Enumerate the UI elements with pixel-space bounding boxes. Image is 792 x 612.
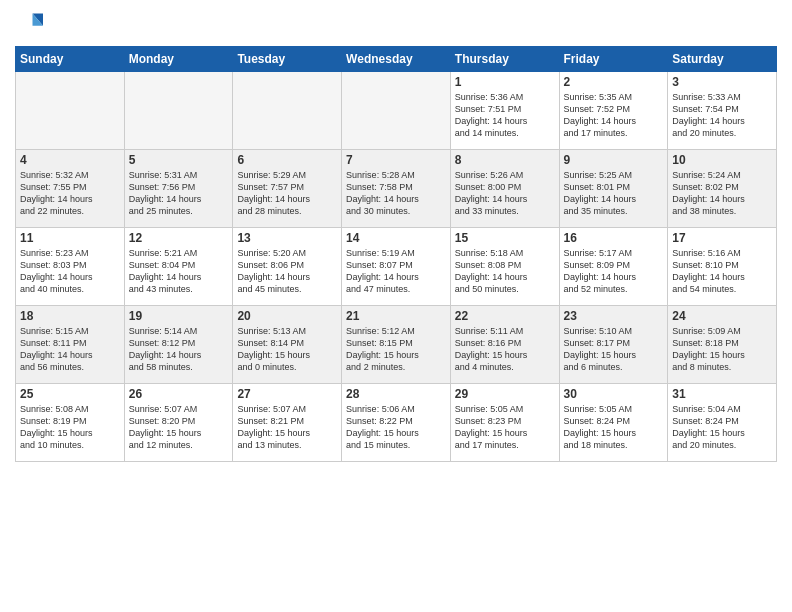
weekday-friday: Friday (559, 47, 668, 72)
day-info: Sunrise: 5:19 AM Sunset: 8:07 PM Dayligh… (346, 247, 446, 296)
calendar-cell: 26Sunrise: 5:07 AM Sunset: 8:20 PM Dayli… (124, 384, 233, 462)
day-info: Sunrise: 5:24 AM Sunset: 8:02 PM Dayligh… (672, 169, 772, 218)
calendar-cell: 24Sunrise: 5:09 AM Sunset: 8:18 PM Dayli… (668, 306, 777, 384)
calendar-cell: 1Sunrise: 5:36 AM Sunset: 7:51 PM Daylig… (450, 72, 559, 150)
calendar-cell: 28Sunrise: 5:06 AM Sunset: 8:22 PM Dayli… (342, 384, 451, 462)
day-number: 5 (129, 153, 229, 167)
day-info: Sunrise: 5:18 AM Sunset: 8:08 PM Dayligh… (455, 247, 555, 296)
day-info: Sunrise: 5:09 AM Sunset: 8:18 PM Dayligh… (672, 325, 772, 374)
calendar-cell: 7Sunrise: 5:28 AM Sunset: 7:58 PM Daylig… (342, 150, 451, 228)
day-number: 22 (455, 309, 555, 323)
day-number: 6 (237, 153, 337, 167)
day-number: 21 (346, 309, 446, 323)
day-info: Sunrise: 5:15 AM Sunset: 8:11 PM Dayligh… (20, 325, 120, 374)
day-info: Sunrise: 5:06 AM Sunset: 8:22 PM Dayligh… (346, 403, 446, 452)
calendar-cell: 9Sunrise: 5:25 AM Sunset: 8:01 PM Daylig… (559, 150, 668, 228)
day-number: 3 (672, 75, 772, 89)
day-number: 11 (20, 231, 120, 245)
day-number: 12 (129, 231, 229, 245)
calendar-cell: 4Sunrise: 5:32 AM Sunset: 7:55 PM Daylig… (16, 150, 125, 228)
day-number: 17 (672, 231, 772, 245)
calendar-cell: 27Sunrise: 5:07 AM Sunset: 8:21 PM Dayli… (233, 384, 342, 462)
calendar-week-1: 1Sunrise: 5:36 AM Sunset: 7:51 PM Daylig… (16, 72, 777, 150)
calendar-cell: 22Sunrise: 5:11 AM Sunset: 8:16 PM Dayli… (450, 306, 559, 384)
day-info: Sunrise: 5:12 AM Sunset: 8:15 PM Dayligh… (346, 325, 446, 374)
day-number: 30 (564, 387, 664, 401)
calendar-cell: 30Sunrise: 5:05 AM Sunset: 8:24 PM Dayli… (559, 384, 668, 462)
day-number: 9 (564, 153, 664, 167)
day-info: Sunrise: 5:11 AM Sunset: 8:16 PM Dayligh… (455, 325, 555, 374)
weekday-sunday: Sunday (16, 47, 125, 72)
calendar-cell: 10Sunrise: 5:24 AM Sunset: 8:02 PM Dayli… (668, 150, 777, 228)
day-number: 10 (672, 153, 772, 167)
calendar-cell: 6Sunrise: 5:29 AM Sunset: 7:57 PM Daylig… (233, 150, 342, 228)
day-info: Sunrise: 5:07 AM Sunset: 8:20 PM Dayligh… (129, 403, 229, 452)
day-number: 20 (237, 309, 337, 323)
calendar-cell: 31Sunrise: 5:04 AM Sunset: 8:24 PM Dayli… (668, 384, 777, 462)
calendar-cell: 5Sunrise: 5:31 AM Sunset: 7:56 PM Daylig… (124, 150, 233, 228)
calendar-cell: 16Sunrise: 5:17 AM Sunset: 8:09 PM Dayli… (559, 228, 668, 306)
day-number: 14 (346, 231, 446, 245)
day-info: Sunrise: 5:16 AM Sunset: 8:10 PM Dayligh… (672, 247, 772, 296)
day-number: 31 (672, 387, 772, 401)
calendar-cell: 2Sunrise: 5:35 AM Sunset: 7:52 PM Daylig… (559, 72, 668, 150)
calendar-cell: 19Sunrise: 5:14 AM Sunset: 8:12 PM Dayli… (124, 306, 233, 384)
calendar-cell: 14Sunrise: 5:19 AM Sunset: 8:07 PM Dayli… (342, 228, 451, 306)
day-number: 19 (129, 309, 229, 323)
day-number: 8 (455, 153, 555, 167)
day-info: Sunrise: 5:29 AM Sunset: 7:57 PM Dayligh… (237, 169, 337, 218)
day-number: 18 (20, 309, 120, 323)
calendar: SundayMondayTuesdayWednesdayThursdayFrid… (15, 46, 777, 462)
calendar-week-5: 25Sunrise: 5:08 AM Sunset: 8:19 PM Dayli… (16, 384, 777, 462)
calendar-cell: 21Sunrise: 5:12 AM Sunset: 8:15 PM Dayli… (342, 306, 451, 384)
day-info: Sunrise: 5:32 AM Sunset: 7:55 PM Dayligh… (20, 169, 120, 218)
header (15, 10, 777, 38)
calendar-cell: 23Sunrise: 5:10 AM Sunset: 8:17 PM Dayli… (559, 306, 668, 384)
day-number: 15 (455, 231, 555, 245)
day-number: 13 (237, 231, 337, 245)
weekday-thursday: Thursday (450, 47, 559, 72)
weekday-wednesday: Wednesday (342, 47, 451, 72)
day-number: 23 (564, 309, 664, 323)
day-info: Sunrise: 5:05 AM Sunset: 8:23 PM Dayligh… (455, 403, 555, 452)
calendar-cell: 15Sunrise: 5:18 AM Sunset: 8:08 PM Dayli… (450, 228, 559, 306)
day-number: 29 (455, 387, 555, 401)
day-number: 25 (20, 387, 120, 401)
calendar-week-2: 4Sunrise: 5:32 AM Sunset: 7:55 PM Daylig… (16, 150, 777, 228)
day-info: Sunrise: 5:08 AM Sunset: 8:19 PM Dayligh… (20, 403, 120, 452)
day-info: Sunrise: 5:35 AM Sunset: 7:52 PM Dayligh… (564, 91, 664, 140)
day-info: Sunrise: 5:05 AM Sunset: 8:24 PM Dayligh… (564, 403, 664, 452)
day-info: Sunrise: 5:13 AM Sunset: 8:14 PM Dayligh… (237, 325, 337, 374)
calendar-cell (342, 72, 451, 150)
day-info: Sunrise: 5:04 AM Sunset: 8:24 PM Dayligh… (672, 403, 772, 452)
day-info: Sunrise: 5:33 AM Sunset: 7:54 PM Dayligh… (672, 91, 772, 140)
day-number: 2 (564, 75, 664, 89)
weekday-header-row: SundayMondayTuesdayWednesdayThursdayFrid… (16, 47, 777, 72)
calendar-cell: 8Sunrise: 5:26 AM Sunset: 8:00 PM Daylig… (450, 150, 559, 228)
day-info: Sunrise: 5:07 AM Sunset: 8:21 PM Dayligh… (237, 403, 337, 452)
calendar-cell (16, 72, 125, 150)
calendar-cell: 11Sunrise: 5:23 AM Sunset: 8:03 PM Dayli… (16, 228, 125, 306)
day-info: Sunrise: 5:31 AM Sunset: 7:56 PM Dayligh… (129, 169, 229, 218)
day-info: Sunrise: 5:25 AM Sunset: 8:01 PM Dayligh… (564, 169, 664, 218)
day-number: 16 (564, 231, 664, 245)
day-info: Sunrise: 5:36 AM Sunset: 7:51 PM Dayligh… (455, 91, 555, 140)
calendar-week-3: 11Sunrise: 5:23 AM Sunset: 8:03 PM Dayli… (16, 228, 777, 306)
day-number: 27 (237, 387, 337, 401)
day-info: Sunrise: 5:23 AM Sunset: 8:03 PM Dayligh… (20, 247, 120, 296)
calendar-week-4: 18Sunrise: 5:15 AM Sunset: 8:11 PM Dayli… (16, 306, 777, 384)
calendar-cell: 12Sunrise: 5:21 AM Sunset: 8:04 PM Dayli… (124, 228, 233, 306)
day-info: Sunrise: 5:17 AM Sunset: 8:09 PM Dayligh… (564, 247, 664, 296)
day-info: Sunrise: 5:26 AM Sunset: 8:00 PM Dayligh… (455, 169, 555, 218)
calendar-cell: 29Sunrise: 5:05 AM Sunset: 8:23 PM Dayli… (450, 384, 559, 462)
day-number: 4 (20, 153, 120, 167)
calendar-cell: 18Sunrise: 5:15 AM Sunset: 8:11 PM Dayli… (16, 306, 125, 384)
logo-icon (15, 10, 43, 38)
day-info: Sunrise: 5:28 AM Sunset: 7:58 PM Dayligh… (346, 169, 446, 218)
weekday-saturday: Saturday (668, 47, 777, 72)
day-number: 7 (346, 153, 446, 167)
calendar-cell (124, 72, 233, 150)
calendar-cell: 3Sunrise: 5:33 AM Sunset: 7:54 PM Daylig… (668, 72, 777, 150)
day-info: Sunrise: 5:20 AM Sunset: 8:06 PM Dayligh… (237, 247, 337, 296)
calendar-cell (233, 72, 342, 150)
